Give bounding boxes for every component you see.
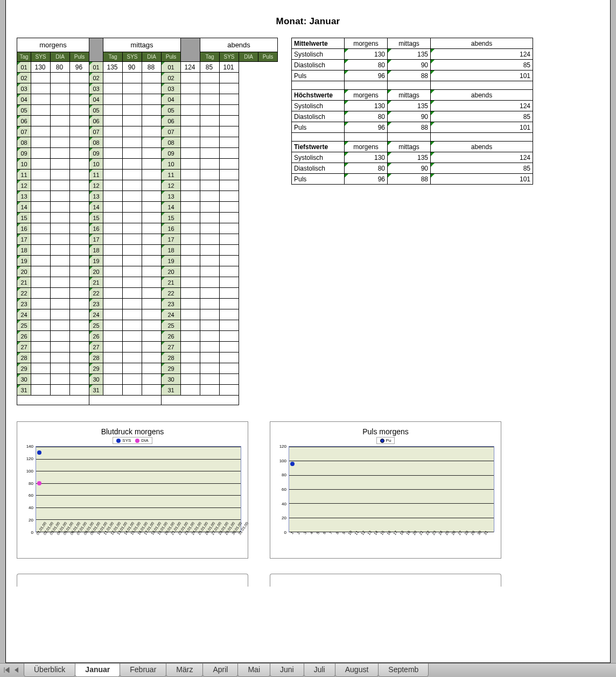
- value-cell[interactable]: [220, 94, 239, 105]
- value-cell[interactable]: [51, 202, 70, 213]
- value-cell[interactable]: [70, 331, 89, 342]
- day-cell[interactable]: 15: [162, 213, 181, 223]
- value-cell[interactable]: [142, 288, 162, 299]
- day-cell[interactable]: 10: [89, 159, 103, 170]
- value-cell[interactable]: [103, 234, 123, 245]
- value-cell[interactable]: [123, 352, 142, 363]
- day-cell[interactable]: 13: [162, 191, 181, 202]
- value-cell[interactable]: [31, 170, 51, 180]
- value-cell[interactable]: [51, 83, 70, 94]
- day-cell[interactable]: 28: [17, 352, 31, 363]
- value-cell[interactable]: [103, 73, 123, 83]
- value-cell[interactable]: [142, 352, 162, 363]
- value-cell[interactable]: [181, 299, 200, 309]
- value-cell[interactable]: [142, 385, 162, 396]
- value-cell[interactable]: [123, 148, 142, 159]
- value-cell[interactable]: [31, 299, 51, 309]
- value-cell[interactable]: [51, 148, 70, 159]
- day-cell[interactable]: 16: [17, 223, 31, 234]
- value-cell[interactable]: [181, 385, 200, 396]
- value-cell[interactable]: [123, 245, 142, 256]
- day-cell[interactable]: 05: [17, 105, 31, 116]
- value-cell[interactable]: [70, 352, 89, 363]
- value-cell[interactable]: [31, 148, 51, 159]
- value-cell[interactable]: [103, 137, 123, 148]
- value-cell[interactable]: [70, 213, 89, 223]
- day-cell[interactable]: 02: [89, 73, 103, 83]
- value-cell[interactable]: [142, 191, 162, 202]
- day-cell[interactable]: 07: [162, 126, 181, 137]
- day-cell[interactable]: 29: [162, 363, 181, 374]
- value-cell[interactable]: [200, 256, 220, 266]
- value-cell[interactable]: [200, 170, 220, 180]
- value-cell[interactable]: [31, 73, 51, 83]
- day-cell[interactable]: 16: [162, 223, 181, 234]
- value-cell[interactable]: [200, 126, 220, 137]
- value-cell[interactable]: [103, 299, 123, 309]
- day-cell[interactable]: 21: [89, 277, 103, 288]
- day-cell[interactable]: 09: [89, 148, 103, 159]
- day-cell[interactable]: 01: [162, 62, 181, 73]
- value-cell[interactable]: [51, 342, 70, 352]
- value-cell[interactable]: 124: [181, 62, 200, 73]
- value-cell[interactable]: [123, 385, 142, 396]
- day-cell[interactable]: 25: [162, 320, 181, 331]
- day-cell[interactable]: 07: [89, 126, 103, 137]
- day-cell[interactable]: 14: [162, 202, 181, 213]
- value-cell[interactable]: [51, 245, 70, 256]
- value-cell[interactable]: [31, 331, 51, 342]
- value-cell[interactable]: [220, 126, 239, 137]
- value-cell[interactable]: [220, 385, 239, 396]
- day-cell[interactable]: 12: [89, 180, 103, 191]
- value-cell[interactable]: [51, 213, 70, 223]
- value-cell[interactable]: [220, 352, 239, 363]
- day-cell[interactable]: 22: [162, 288, 181, 299]
- sheet-tab[interactable]: Septemb: [378, 664, 429, 677]
- value-cell[interactable]: [142, 137, 162, 148]
- day-cell[interactable]: 01: [89, 62, 103, 73]
- value-cell[interactable]: [123, 73, 142, 83]
- value-cell[interactable]: [51, 191, 70, 202]
- value-cell[interactable]: [70, 288, 89, 299]
- value-cell[interactable]: [200, 202, 220, 213]
- value-cell[interactable]: [123, 256, 142, 266]
- value-cell[interactable]: [181, 245, 200, 256]
- day-cell[interactable]: 16: [89, 223, 103, 234]
- value-cell[interactable]: [70, 299, 89, 309]
- day-cell[interactable]: 09: [17, 148, 31, 159]
- value-cell[interactable]: [200, 342, 220, 352]
- value-cell[interactable]: [220, 288, 239, 299]
- value-cell[interactable]: [181, 126, 200, 137]
- value-cell[interactable]: [181, 105, 200, 116]
- value-cell[interactable]: [123, 159, 142, 170]
- value-cell[interactable]: [142, 331, 162, 342]
- value-cell[interactable]: [181, 116, 200, 126]
- value-cell[interactable]: [123, 94, 142, 105]
- value-cell[interactable]: [142, 374, 162, 385]
- value-cell[interactable]: [220, 83, 239, 94]
- value-cell[interactable]: [200, 180, 220, 191]
- day-cell[interactable]: 14: [17, 202, 31, 213]
- day-cell[interactable]: 19: [89, 256, 103, 266]
- value-cell[interactable]: [200, 266, 220, 277]
- day-cell[interactable]: 11: [89, 170, 103, 180]
- value-cell[interactable]: [103, 363, 123, 374]
- value-cell[interactable]: [220, 266, 239, 277]
- value-cell[interactable]: [181, 277, 200, 288]
- value-cell[interactable]: [220, 170, 239, 180]
- value-cell[interactable]: [181, 266, 200, 277]
- value-cell[interactable]: [31, 363, 51, 374]
- value-cell[interactable]: [142, 116, 162, 126]
- value-cell[interactable]: [31, 159, 51, 170]
- value-cell[interactable]: [123, 234, 142, 245]
- value-cell[interactable]: [142, 320, 162, 331]
- value-cell[interactable]: [220, 277, 239, 288]
- day-cell[interactable]: 22: [89, 288, 103, 299]
- value-cell[interactable]: [220, 256, 239, 266]
- day-cell[interactable]: 11: [17, 170, 31, 180]
- day-cell[interactable]: 27: [89, 342, 103, 352]
- value-cell[interactable]: [123, 374, 142, 385]
- value-cell[interactable]: [200, 245, 220, 256]
- value-cell[interactable]: [31, 320, 51, 331]
- value-cell[interactable]: [103, 148, 123, 159]
